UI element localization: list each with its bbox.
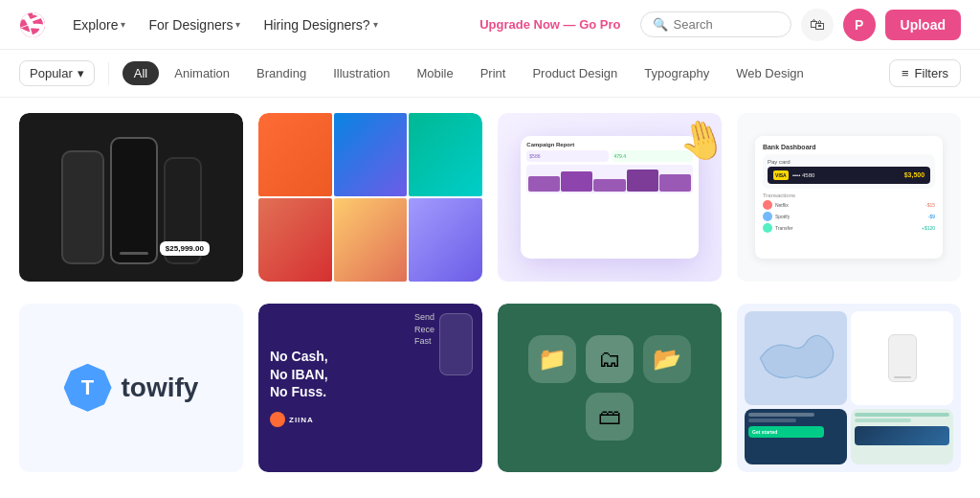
card-thumbnail (258, 113, 482, 282)
tag-typography[interactable]: Typography (633, 61, 721, 85)
search-box[interactable]: 🔍 (640, 11, 791, 37)
upgrade-button[interactable]: Upgrade Now — Go Pro (470, 11, 630, 37)
filter-icon: ≡ (902, 66, 909, 80)
search-input[interactable] (674, 17, 779, 32)
dribbble-logo-icon (19, 11, 46, 38)
bell-icon: 🛍 (810, 16, 825, 34)
notifications-button[interactable]: 🛍 (801, 9, 834, 41)
card-ui8[interactable]: Campaign Report $586 479.4 🤚 (498, 113, 722, 288)
avatar[interactable]: P (843, 9, 876, 41)
separator (108, 62, 109, 85)
chevron-down-icon: ▾ (235, 19, 240, 30)
card-thumbnail: Campaign Report $586 479.4 🤚 (498, 113, 722, 282)
card-paperpillar[interactable]: 📁 🗂 📂 🗃 P Paperpillar TEAM 💬 12 ♥ (498, 304, 722, 479)
card-info: U UI8 TEAM 💬 16 ♥ 404 (498, 282, 722, 289)
chevron-down-icon: ▾ (373, 19, 378, 30)
card-thumbnail: No Cash,No IBAN,No Fuss. ZIINA SendReceF… (258, 304, 482, 472)
card-info: F Focus Lab TEAM 💬 1 ♥ 139 (258, 282, 482, 289)
popular-select[interactable]: Popular ▾ (19, 60, 95, 86)
tag-print[interactable]: Print (469, 61, 518, 85)
tag-all[interactable]: All (122, 61, 159, 85)
search-icon: 🔍 (653, 17, 668, 32)
card-ziina[interactable]: No Cash,No IBAN,No Fuss. ZIINA SendReceF… (258, 304, 482, 479)
card-towify[interactable]: T towify D Dmitry Lepisov PRO 💬 7 ♥ 164 (19, 304, 243, 479)
card-thumbnail: T towify (19, 304, 243, 472)
tag-illustration[interactable]: Illustration (322, 61, 401, 85)
card-cuberto[interactable]: $25,999.00 C Cuberto TEAM 💬 23 ♥ 352 (19, 113, 243, 288)
tag-mobile[interactable]: Mobile (405, 61, 464, 85)
card-focuslab[interactable]: F Focus Lab TEAM 💬 1 ♥ 139 (258, 113, 482, 288)
card-thumbnail: 📁 🗂 📂 🗃 (498, 304, 722, 472)
card-info: D Dmitry Lepisov PRO 💬 7 ♥ 164 (19, 472, 243, 480)
header-right: Upgrade Now — Go Pro 🔍 🛍 P Upload (470, 9, 961, 41)
card-info: N Netguru TEAM 💬 10 ♥ 187 (737, 472, 961, 480)
filter-bar: Popular ▾ All Animation Branding Illustr… (0, 50, 980, 98)
chevron-down-icon: ▾ (78, 66, 84, 80)
card-info: S Sunday TEAM 💬 11 ♥ 212 (737, 282, 961, 289)
card-thumbnail: Bank Dashboard Pay card VISA •••• 4580 $… (737, 113, 961, 282)
card-thumbnail: Get started (737, 304, 961, 472)
card-thumbnail: $25,999.00 (19, 113, 243, 282)
card-info: B Balkan Brothers TEAM 💬 2 ♥ 165 (258, 472, 482, 480)
card-info: P Paperpillar TEAM 💬 12 ♥ 289 (498, 472, 722, 480)
nav-for-designers[interactable]: For Designers ▾ (139, 11, 250, 38)
card-info: C Cuberto TEAM 💬 23 ♥ 352 (19, 282, 243, 289)
tag-product-design[interactable]: Product Design (521, 61, 629, 85)
main-nav: Explore ▾ For Designers ▾ Hiring Designe… (63, 11, 388, 38)
filters-button[interactable]: ≡ Filters (889, 59, 961, 87)
nav-explore[interactable]: Explore ▾ (63, 11, 135, 38)
filter-tags: All Animation Branding Illustration Mobi… (122, 61, 881, 85)
logo[interactable] (19, 11, 46, 38)
nav-hiring[interactable]: Hiring Designers? ▾ (254, 11, 387, 38)
shots-grid: $25,999.00 C Cuberto TEAM 💬 23 ♥ 352 (0, 98, 980, 494)
tag-animation[interactable]: Animation (163, 61, 241, 85)
main-header: Explore ▾ For Designers ▾ Hiring Designe… (0, 0, 980, 50)
tag-branding[interactable]: Branding (245, 61, 318, 85)
card-netguru[interactable]: Get started N Netguru TEAM 💬 (737, 304, 961, 479)
tag-web-design[interactable]: Web Design (724, 61, 815, 85)
card-sunday[interactable]: Bank Dashboard Pay card VISA •••• 4580 $… (737, 113, 961, 288)
chevron-down-icon: ▾ (121, 19, 125, 30)
upload-button[interactable]: Upload (885, 10, 961, 40)
